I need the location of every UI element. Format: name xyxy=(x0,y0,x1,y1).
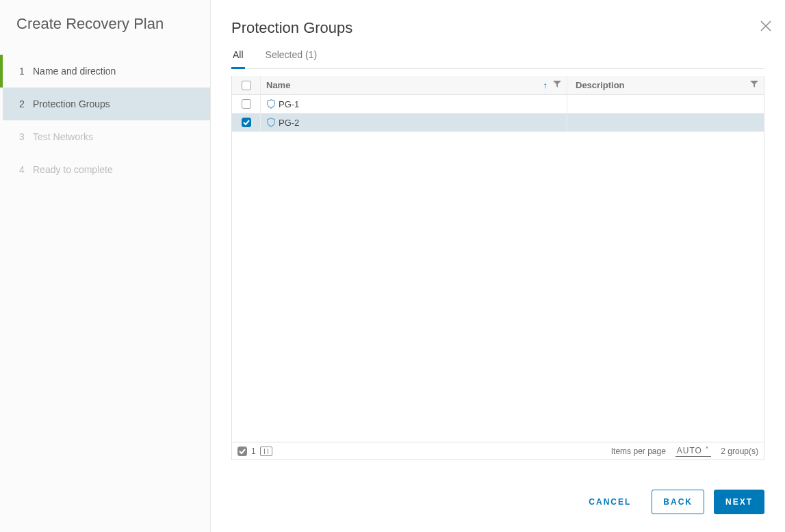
items-per-page-select[interactable]: AUTO ˄ xyxy=(675,446,711,457)
row-name: PG-1 xyxy=(279,99,299,109)
table-row[interactable]: PG-2 xyxy=(232,114,764,132)
column-label: Name xyxy=(266,80,290,90)
wizard-step-name-direction[interactable]: 1 Name and direction xyxy=(0,55,210,88)
tabs: All Selected (1) xyxy=(231,49,764,69)
table-body: PG-1 PG-2 xyxy=(232,95,764,442)
filter-icon[interactable] xyxy=(553,80,561,90)
column-header-description[interactable]: Description xyxy=(567,76,764,94)
table-row[interactable]: PG-1 xyxy=(232,95,764,114)
step-label: Test Networks xyxy=(33,131,93,142)
page-title: Protection Groups xyxy=(231,19,764,37)
next-button[interactable]: NEXT xyxy=(714,490,764,514)
row-checkbox-cell xyxy=(232,114,261,131)
row-name: PG-2 xyxy=(279,118,299,128)
shield-icon xyxy=(266,99,276,109)
wizard-step-protection-groups[interactable]: 2 Protection Groups xyxy=(0,88,210,120)
tab-selected[interactable]: Selected (1) xyxy=(264,49,318,68)
wizard-title: Create Recovery Plan xyxy=(0,15,210,49)
row-checkbox-cell xyxy=(232,95,261,113)
close-icon[interactable] xyxy=(759,19,773,33)
step-label: Name and direction xyxy=(33,66,116,77)
row-checkbox[interactable] xyxy=(242,99,251,109)
sort-asc-icon[interactable]: ↑ xyxy=(543,80,548,90)
tab-all[interactable]: All xyxy=(231,49,245,69)
wizard-steps: 1 Name and direction 2 Protection Groups… xyxy=(0,55,210,186)
step-number: 2 xyxy=(19,98,33,109)
header-checkbox-cell xyxy=(232,76,261,94)
row-name-cell: PG-1 xyxy=(261,95,567,113)
chevron-up-icon: ˄ xyxy=(705,446,710,455)
footer-left: 1 xyxy=(237,447,272,456)
row-checkbox[interactable] xyxy=(242,118,251,127)
row-description-cell xyxy=(567,114,764,131)
row-name-cell: PG-2 xyxy=(261,114,567,131)
column-label: Description xyxy=(576,80,625,90)
cancel-button[interactable]: CANCEL xyxy=(578,490,642,514)
protection-groups-table: Name ↑ Description xyxy=(231,76,764,460)
shield-icon xyxy=(266,118,276,127)
column-picker-icon[interactable] xyxy=(260,447,272,456)
table-footer: 1 Items per page AUTO ˄ 2 group(s) xyxy=(232,442,764,460)
footer-right: Items per page AUTO ˄ 2 group(s) xyxy=(611,446,758,457)
items-per-page-label: Items per page xyxy=(611,447,666,456)
select-all-checkbox[interactable] xyxy=(242,81,251,90)
step-number: 3 xyxy=(19,131,33,142)
svg-marker-2 xyxy=(553,81,561,88)
wizard-step-test-networks: 3 Test Networks xyxy=(0,120,210,153)
selected-indicator-icon xyxy=(237,447,247,456)
step-label: Ready to complete xyxy=(33,164,113,175)
step-number: 1 xyxy=(19,66,33,77)
total-count: 2 group(s) xyxy=(721,447,758,456)
wizard-content: Protection Groups All Selected (1) Name … xyxy=(211,0,785,532)
wizard-actions: CANCEL BACK NEXT xyxy=(231,475,764,532)
filter-icon[interactable] xyxy=(750,80,758,90)
wizard-step-ready: 4 Ready to complete xyxy=(0,153,210,186)
row-description-cell xyxy=(567,95,764,113)
column-header-name[interactable]: Name ↑ xyxy=(261,76,567,94)
svg-marker-3 xyxy=(750,81,758,88)
step-label: Protection Groups xyxy=(33,98,110,109)
wizard-sidebar: Create Recovery Plan 1 Name and directio… xyxy=(0,0,211,532)
back-button[interactable]: BACK xyxy=(652,490,704,514)
selected-count: 1 xyxy=(251,447,256,456)
table-header: Name ↑ Description xyxy=(232,76,764,95)
step-number: 4 xyxy=(19,164,33,175)
